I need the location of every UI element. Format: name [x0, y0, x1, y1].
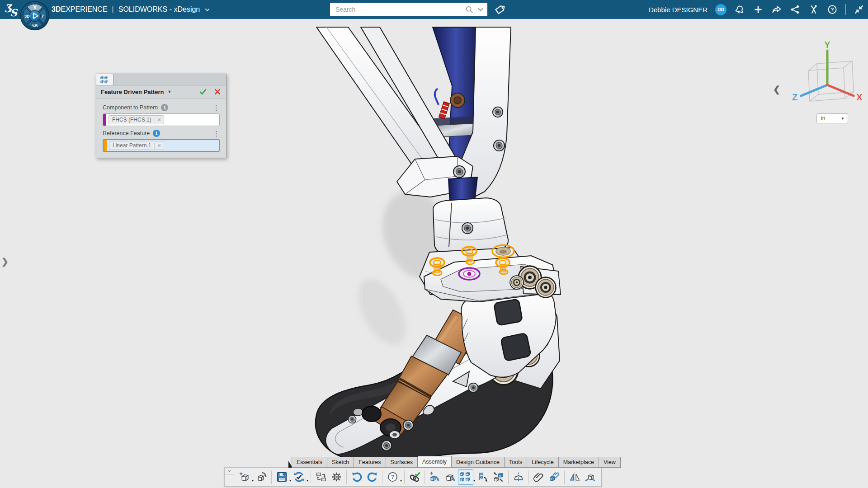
move-component-button[interactable]: [491, 469, 506, 485]
search-icon[interactable]: [465, 5, 474, 14]
insert-component-button[interactable]: [443, 469, 458, 485]
dialog-body: Component to Pattern 1 ⋮ FHCS (FHCS.1) ✕…: [96, 99, 226, 158]
toolbar-collapse-button[interactable]: [225, 468, 234, 474]
dialog-tab-strip: [96, 74, 226, 85]
user-name[interactable]: Debbie DESIGNER: [649, 6, 708, 14]
chip-remove-icon[interactable]: ✕: [155, 117, 164, 123]
reference-feature-input[interactable]: Linear Pattern.1 ✕: [103, 139, 220, 152]
toolbar-separator: [404, 470, 405, 484]
ribbon-tab-sketch[interactable]: Sketch: [327, 457, 354, 468]
selection-chip: Linear Pattern.1 ✕: [109, 141, 164, 150]
ribbon-tab-bar: EssentialsSketchFeaturesSurfacesAssembly…: [288, 456, 621, 468]
mate-icon: [409, 471, 421, 483]
units-value: in: [817, 115, 841, 122]
selection-count-badge: 1: [153, 130, 160, 137]
view-orientation-triad[interactable]: Y Z X: [788, 42, 864, 109]
app-title: 3DEXPERIENCE | SOLIDWORKS - xDesign: [52, 0, 211, 19]
ribbon-tab-lifecycle[interactable]: Lifecycle: [527, 457, 559, 468]
chip-label: Linear Pattern.1: [113, 142, 151, 149]
3dexperience-compass[interactable]: 3D i' V,R: [20, 1, 50, 31]
search-bar: [330, 3, 487, 16]
chip-remove-icon[interactable]: ✕: [154, 143, 163, 149]
mirror-components-button[interactable]: [567, 469, 582, 485]
avatar[interactable]: DD: [715, 4, 726, 15]
triad-x-label: X: [856, 92, 863, 102]
toolbar-separator: [528, 470, 529, 484]
ribbon-tab-features[interactable]: Features: [354, 457, 386, 468]
notifications-bell-icon[interactable]: [734, 4, 745, 15]
chip-label: FHCS (FHCS.1): [112, 117, 151, 123]
cancel-button[interactable]: [213, 88, 222, 96]
ribbon-tab-view[interactable]: View: [599, 457, 621, 468]
component-attachment-button[interactable]: [547, 469, 562, 485]
search-input[interactable]: [330, 6, 465, 13]
app-name: SOLIDWORKS - xDesign: [118, 5, 200, 14]
align-components-button[interactable]: [582, 469, 598, 485]
help-button-dropdown-arrow[interactable]: ▾: [400, 479, 402, 483]
left-panel-expand-icon[interactable]: ❯: [1, 256, 9, 267]
undo-icon: [351, 471, 363, 483]
dialog-title-bar: Feature Driven Pattern ▼: [96, 85, 226, 99]
add-content-icon[interactable]: [753, 4, 764, 15]
pattern-icon: [460, 471, 472, 483]
brand-experience: EXPERIENCE: [61, 5, 107, 14]
dissolve-icon: [477, 471, 489, 483]
mirror-components-icon: [569, 471, 581, 483]
selection-color-bar: [104, 140, 107, 151]
pattern-components-button[interactable]: [458, 469, 473, 485]
top-bar-right: Debbie DESIGNER DD: [649, 0, 864, 19]
undo-button[interactable]: [349, 469, 364, 485]
open-design-icon: [255, 471, 268, 483]
new-design-button[interactable]: [236, 469, 252, 485]
mirror-half-icon: [513, 471, 525, 483]
update-button[interactable]: [291, 469, 307, 485]
align-components-icon: [584, 471, 596, 483]
share-icon[interactable]: [771, 4, 782, 15]
redo-button[interactable]: [364, 469, 380, 485]
search-options-chevron-icon[interactable]: [476, 5, 485, 14]
manage-references-button[interactable]: [313, 469, 329, 485]
update-button-dropdown-arrow[interactable]: ▾: [307, 479, 308, 483]
new-design-icon: [238, 471, 250, 483]
right-panel-collapse-icon[interactable]: ❮: [773, 84, 780, 94]
dissolve-structure-button[interactable]: [475, 469, 491, 485]
collapse-window-icon[interactable]: [854, 4, 864, 15]
save-button[interactable]: [274, 469, 289, 485]
new-component-button[interactable]: [427, 469, 443, 485]
ribbon-tab-tools[interactable]: Tools: [505, 457, 527, 468]
3ds-logo[interactable]: Ʒ S: [4, 1, 21, 19]
attachments-button[interactable]: [531, 469, 547, 485]
help-icon[interactable]: [827, 4, 838, 15]
dialog-tab-pattern[interactable]: [96, 74, 113, 85]
chevron-down-icon[interactable]: ▼: [167, 89, 199, 94]
svg-text:S: S: [10, 7, 18, 19]
app-switcher-chevron-icon[interactable]: [203, 6, 211, 14]
confirm-button[interactable]: [199, 88, 207, 96]
options-menu-icon[interactable]: ⋮: [213, 130, 220, 137]
ribbon-tab-essentials[interactable]: Essentials: [292, 457, 327, 468]
settings-button[interactable]: [329, 469, 344, 485]
tag-icon[interactable]: [494, 4, 506, 16]
ribbon-tab-surfaces[interactable]: Surfaces: [386, 457, 418, 468]
top-bar-divider: [845, 4, 846, 15]
options-menu-icon[interactable]: ⋮: [213, 104, 220, 111]
seed-component-highlight: [459, 268, 480, 280]
toolbar-separator: [564, 470, 565, 484]
ribbon-tab-marketplace[interactable]: Marketplace: [559, 457, 599, 468]
open-design-button[interactable]: [254, 469, 269, 485]
update-icon: [293, 471, 305, 483]
mirror-button[interactable]: [511, 469, 526, 485]
toolbar-separator: [311, 470, 311, 484]
title-divider: |: [112, 5, 114, 14]
mate-button[interactable]: [407, 469, 422, 485]
ribbon-tab-assembly[interactable]: Assembly: [418, 456, 452, 468]
compass-west-label: 3D: [24, 14, 30, 19]
component-to-pattern-input[interactable]: FHCS (FHCS.1) ✕: [103, 113, 220, 126]
ribbon-tab-design-guidance[interactable]: Design Guidance: [452, 457, 505, 468]
help-button[interactable]: [385, 469, 400, 485]
chevron-down-icon: ▼: [841, 117, 848, 121]
share-network-icon[interactable]: [790, 4, 801, 15]
3ds-compass-user-icon[interactable]: [808, 4, 819, 15]
component-clip-icon: [548, 471, 561, 483]
units-dropdown[interactable]: in ▼: [816, 113, 848, 123]
